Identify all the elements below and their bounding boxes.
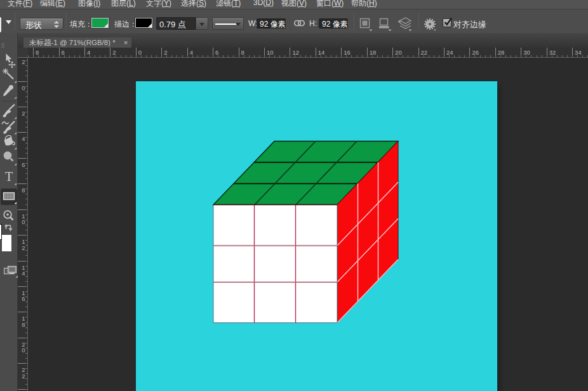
svg-text:T: T — [5, 169, 13, 183]
